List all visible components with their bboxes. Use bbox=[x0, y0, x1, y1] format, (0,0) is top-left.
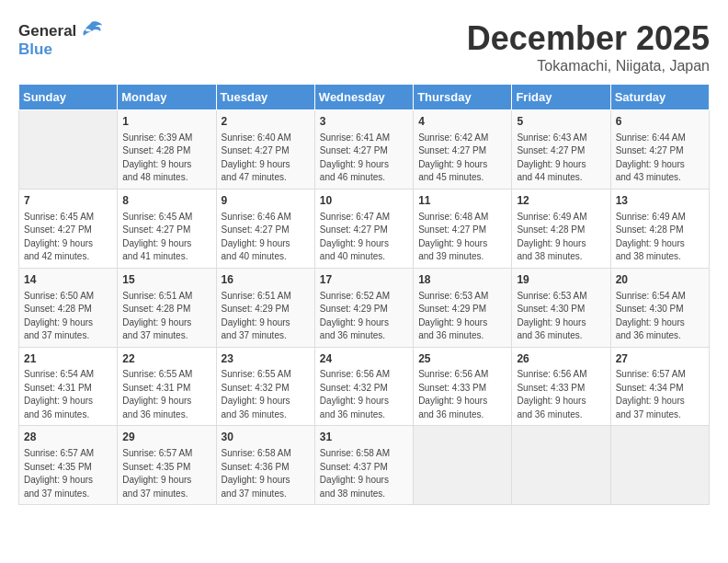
cell-content: Sunrise: 6:55 AMSunset: 4:32 PMDaylight:… bbox=[222, 368, 310, 421]
day-number: 17 bbox=[320, 272, 408, 288]
cell-content: Sunrise: 6:58 AMSunset: 4:36 PMDaylight:… bbox=[222, 447, 310, 500]
calendar-cell: 17Sunrise: 6:52 AMSunset: 4:29 PMDayligh… bbox=[314, 268, 413, 347]
cell-line: and 36 minutes. bbox=[24, 409, 89, 419]
calendar-week-row: 21Sunrise: 6:54 AMSunset: 4:31 PMDayligh… bbox=[19, 347, 710, 426]
cell-line: Daylight: 9 hours bbox=[517, 396, 586, 406]
cell-line: and 36 minutes. bbox=[517, 330, 582, 340]
calendar-cell: 26Sunrise: 6:56 AMSunset: 4:33 PMDayligh… bbox=[512, 347, 610, 426]
calendar-header-row: SundayMondayTuesdayWednesdayThursdayFrid… bbox=[19, 85, 710, 110]
cell-content: Sunrise: 6:57 AMSunset: 4:34 PMDaylight:… bbox=[616, 368, 704, 421]
calendar-cell: 28Sunrise: 6:57 AMSunset: 4:35 PMDayligh… bbox=[19, 426, 118, 505]
cell-line: Daylight: 9 hours bbox=[122, 317, 191, 327]
cell-line: Sunset: 4:27 PM bbox=[517, 145, 585, 155]
cell-line: and 38 minutes. bbox=[517, 251, 582, 261]
cell-line: Daylight: 9 hours bbox=[517, 317, 586, 327]
cell-line: Sunrise: 6:56 AM bbox=[517, 369, 586, 379]
cell-line: Sunrise: 6:48 AM bbox=[418, 212, 488, 222]
cell-line: Sunrise: 6:56 AM bbox=[320, 369, 390, 379]
cell-line: Daylight: 9 hours bbox=[222, 396, 290, 406]
cell-line: Daylight: 9 hours bbox=[320, 317, 389, 327]
cell-content: Sunrise: 6:54 AMSunset: 4:30 PMDaylight:… bbox=[616, 290, 704, 343]
cell-content: Sunrise: 6:49 AMSunset: 4:28 PMDaylight:… bbox=[616, 211, 704, 264]
cell-line: Sunset: 4:29 PM bbox=[222, 304, 290, 314]
cell-line: and 46 minutes. bbox=[320, 172, 385, 182]
cell-line: Daylight: 9 hours bbox=[418, 238, 487, 248]
header-tuesday: Tuesday bbox=[216, 85, 314, 110]
cell-line: and 36 minutes. bbox=[222, 409, 287, 419]
calendar-table: SundayMondayTuesdayWednesdayThursdayFrid… bbox=[18, 84, 710, 505]
day-number: 10 bbox=[320, 193, 408, 209]
cell-line: Daylight: 9 hours bbox=[616, 238, 685, 248]
day-number: 3 bbox=[320, 114, 408, 130]
cell-line: and 40 minutes. bbox=[320, 251, 385, 261]
calendar-cell: 6Sunrise: 6:44 AMSunset: 4:27 PMDaylight… bbox=[610, 110, 709, 190]
calendar-cell bbox=[19, 110, 118, 190]
cell-content: Sunrise: 6:53 AMSunset: 4:29 PMDaylight:… bbox=[418, 290, 506, 343]
cell-line: Daylight: 9 hours bbox=[122, 159, 191, 169]
cell-line: and 36 minutes. bbox=[418, 330, 483, 340]
cell-line: Daylight: 9 hours bbox=[320, 159, 389, 169]
cell-line: and 39 minutes. bbox=[418, 251, 483, 261]
calendar-cell: 2Sunrise: 6:40 AMSunset: 4:27 PMDaylight… bbox=[216, 110, 314, 190]
day-number: 13 bbox=[616, 193, 704, 209]
cell-line: and 44 minutes. bbox=[517, 172, 582, 182]
cell-line: and 38 minutes. bbox=[616, 251, 681, 261]
day-number: 18 bbox=[418, 272, 506, 288]
cell-content: Sunrise: 6:51 AMSunset: 4:28 PMDaylight:… bbox=[122, 290, 210, 343]
cell-content: Sunrise: 6:42 AMSunset: 4:27 PMDaylight:… bbox=[418, 132, 506, 185]
header-friday: Friday bbox=[512, 85, 610, 110]
title-block: December 2025 Tokamachi, Niigata, Japan bbox=[467, 18, 710, 75]
cell-line: Sunset: 4:33 PM bbox=[418, 383, 486, 393]
calendar-cell: 8Sunrise: 6:45 AMSunset: 4:27 PMDaylight… bbox=[118, 189, 216, 268]
cell-line: Daylight: 9 hours bbox=[222, 475, 290, 485]
day-number: 25 bbox=[418, 351, 506, 367]
calendar-cell: 21Sunrise: 6:54 AMSunset: 4:31 PMDayligh… bbox=[19, 347, 118, 426]
cell-line: Daylight: 9 hours bbox=[222, 317, 290, 327]
cell-line: and 42 minutes. bbox=[24, 251, 89, 261]
cell-line: and 36 minutes. bbox=[616, 330, 681, 340]
cell-line: Sunset: 4:28 PM bbox=[122, 304, 190, 314]
cell-line: Daylight: 9 hours bbox=[222, 159, 290, 169]
calendar-cell: 16Sunrise: 6:51 AMSunset: 4:29 PMDayligh… bbox=[216, 268, 314, 347]
cell-line: and 45 minutes. bbox=[418, 172, 483, 182]
cell-line: Daylight: 9 hours bbox=[222, 238, 290, 248]
calendar-cell: 23Sunrise: 6:55 AMSunset: 4:32 PMDayligh… bbox=[216, 347, 314, 426]
cell-line: and 36 minutes. bbox=[418, 409, 483, 419]
cell-line: Sunset: 4:27 PM bbox=[616, 145, 684, 155]
cell-line: and 37 minutes. bbox=[24, 330, 89, 340]
day-number: 6 bbox=[616, 114, 704, 130]
cell-line: Sunset: 4:35 PM bbox=[122, 462, 190, 472]
cell-line: Daylight: 9 hours bbox=[418, 159, 487, 169]
cell-content: Sunrise: 6:50 AMSunset: 4:28 PMDaylight:… bbox=[24, 290, 112, 343]
cell-line: and 36 minutes. bbox=[122, 409, 188, 419]
calendar-title: December 2025 bbox=[467, 18, 710, 58]
cell-line: Sunrise: 6:47 AM bbox=[320, 212, 390, 222]
calendar-cell: 5Sunrise: 6:43 AMSunset: 4:27 PMDaylight… bbox=[512, 110, 610, 190]
header-saturday: Saturday bbox=[610, 85, 709, 110]
day-number: 5 bbox=[517, 114, 605, 130]
calendar-cell: 27Sunrise: 6:57 AMSunset: 4:34 PMDayligh… bbox=[610, 347, 709, 426]
calendar-cell: 13Sunrise: 6:49 AMSunset: 4:28 PMDayligh… bbox=[610, 189, 709, 268]
cell-line: Sunrise: 6:45 AM bbox=[122, 212, 192, 222]
cell-line: Sunrise: 6:53 AM bbox=[418, 291, 488, 301]
cell-line: Sunrise: 6:44 AM bbox=[616, 132, 686, 143]
cell-line: Sunset: 4:33 PM bbox=[517, 383, 585, 393]
cell-line: Sunset: 4:27 PM bbox=[320, 224, 388, 235]
day-number: 27 bbox=[616, 351, 704, 367]
logo-blue-text: Blue bbox=[18, 40, 52, 59]
cell-line: Sunrise: 6:56 AM bbox=[418, 369, 488, 379]
cell-line: Daylight: 9 hours bbox=[24, 396, 93, 406]
cell-content: Sunrise: 6:46 AMSunset: 4:27 PMDaylight:… bbox=[222, 211, 310, 264]
cell-content: Sunrise: 6:57 AMSunset: 4:35 PMDaylight:… bbox=[24, 447, 112, 500]
cell-line: and 37 minutes. bbox=[222, 330, 287, 340]
calendar-cell: 24Sunrise: 6:56 AMSunset: 4:32 PMDayligh… bbox=[314, 347, 413, 426]
calendar-week-row: 14Sunrise: 6:50 AMSunset: 4:28 PMDayligh… bbox=[19, 268, 710, 347]
calendar-cell bbox=[512, 426, 610, 505]
day-number: 2 bbox=[222, 114, 310, 130]
day-number: 21 bbox=[24, 351, 112, 367]
cell-line: Sunset: 4:36 PM bbox=[222, 462, 290, 472]
cell-line: Daylight: 9 hours bbox=[320, 475, 389, 485]
cell-content: Sunrise: 6:56 AMSunset: 4:33 PMDaylight:… bbox=[418, 368, 506, 421]
cell-line: Sunrise: 6:54 AM bbox=[616, 291, 686, 301]
cell-line: Sunrise: 6:51 AM bbox=[122, 291, 192, 301]
